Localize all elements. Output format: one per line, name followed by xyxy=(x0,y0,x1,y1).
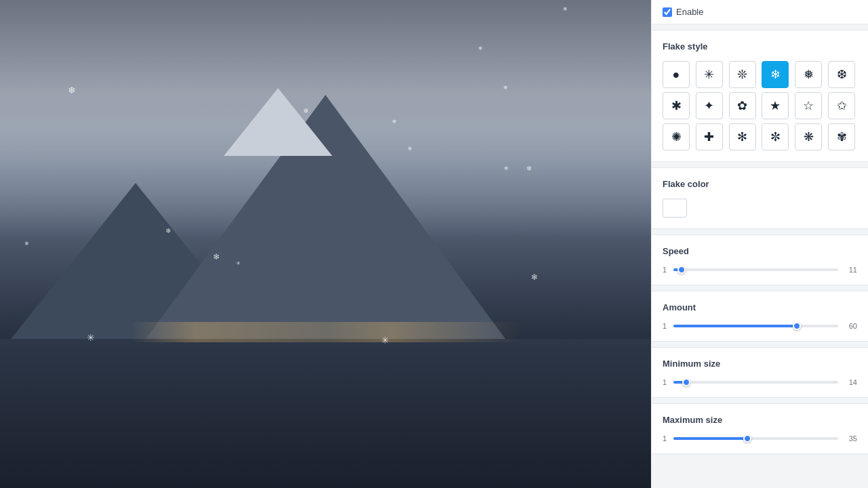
enable-label: Enable xyxy=(676,7,703,17)
min-size-title: Minimum size xyxy=(663,359,857,369)
flake-btn-3[interactable]: ❄ xyxy=(762,61,789,88)
speed-max-label: 11 xyxy=(844,266,857,274)
flake-btn-6[interactable]: ✱ xyxy=(663,92,690,119)
amount-title: Amount xyxy=(663,302,857,312)
flake-btn-16[interactable]: ❋ xyxy=(795,123,822,150)
min-size-slider-row: 1 14 xyxy=(663,378,857,386)
flake-btn-0[interactable]: ● xyxy=(663,61,690,88)
max-size-title: Maximum size xyxy=(663,415,857,425)
maxsize-fill xyxy=(673,437,747,440)
flake-btn-5[interactable]: ❆ xyxy=(828,61,855,88)
flake-btn-11[interactable]: ✩ xyxy=(828,92,855,119)
flake-btn-7[interactable]: ✦ xyxy=(696,92,723,119)
flake-btn-17[interactable]: ✾ xyxy=(828,123,855,150)
amount-thumb xyxy=(793,322,801,330)
enable-section: Enable xyxy=(652,0,868,24)
speed-thumb xyxy=(677,266,686,274)
flake-btn-14[interactable]: ✻ xyxy=(729,123,756,150)
amount-section: Amount 1 60 xyxy=(652,291,868,342)
speed-track xyxy=(673,268,838,271)
speed-section: Speed 1 11 xyxy=(652,235,868,285)
min-size-section: Minimum size 1 14 xyxy=(652,347,868,398)
flake-style-section: Flake style ●✳❊❄❅❆✱✦✿★☆✩✺✚✻✼❋✾ xyxy=(652,30,868,162)
flake-btn-13[interactable]: ✚ xyxy=(696,123,723,150)
snowflake-11: ❄ xyxy=(531,272,538,282)
flake-btn-1[interactable]: ✳ xyxy=(696,61,723,88)
min-size-max-label: 14 xyxy=(844,378,857,386)
max-size-max-label: 35 xyxy=(844,434,857,443)
flake-btn-15[interactable]: ✼ xyxy=(762,123,789,150)
flake-btn-12[interactable]: ✺ xyxy=(663,123,690,150)
maxsize-thumb xyxy=(743,434,751,443)
flake-style-title: Flake style xyxy=(663,41,857,52)
canvas-area: ❄❄❄❄✳❄❄❄❄❄❄❄❄❄✳✳ xyxy=(0,0,651,488)
min-size-track xyxy=(673,381,838,384)
flake-color-title: Flake color xyxy=(663,179,857,189)
mountain-snow xyxy=(224,88,332,156)
flake-style-grid: ●✳❊❄❅❆✱✦✿★☆✩✺✚✻✼❋✾ xyxy=(663,61,857,150)
max-size-slider-row: 1 35 xyxy=(663,434,857,443)
flake-btn-10[interactable]: ☆ xyxy=(795,92,822,119)
max-size-track xyxy=(673,437,838,440)
minsize-thumb xyxy=(682,378,690,386)
max-size-min-label: 1 xyxy=(663,434,668,443)
flake-btn-9[interactable]: ★ xyxy=(762,92,789,119)
water xyxy=(0,339,651,488)
amount-fill xyxy=(673,325,797,327)
min-size-min-label: 1 xyxy=(663,378,668,386)
speed-min-label: 1 xyxy=(663,266,668,274)
max-size-section: Maximum size 1 35 xyxy=(652,403,868,454)
flake-btn-2[interactable]: ❊ xyxy=(729,61,756,88)
flake-btn-8[interactable]: ✿ xyxy=(729,92,756,119)
flake-color-swatch[interactable] xyxy=(663,199,687,218)
amount-min-label: 1 xyxy=(663,322,668,330)
controls-panel: Enable Flake style ●✳❊❄❅❆✱✦✿★☆✩✺✚✻✼❋✾ Fl… xyxy=(651,0,868,488)
city-lights xyxy=(0,322,651,342)
speed-title: Speed xyxy=(663,246,857,256)
speed-slider-row: 1 11 xyxy=(663,266,857,274)
amount-max-label: 60 xyxy=(844,322,857,330)
amount-track xyxy=(673,325,838,327)
enable-checkbox[interactable] xyxy=(663,7,672,17)
flake-btn-4[interactable]: ❅ xyxy=(795,61,822,88)
amount-slider-row: 1 60 xyxy=(663,322,857,330)
flake-color-section: Flake color xyxy=(652,167,868,229)
